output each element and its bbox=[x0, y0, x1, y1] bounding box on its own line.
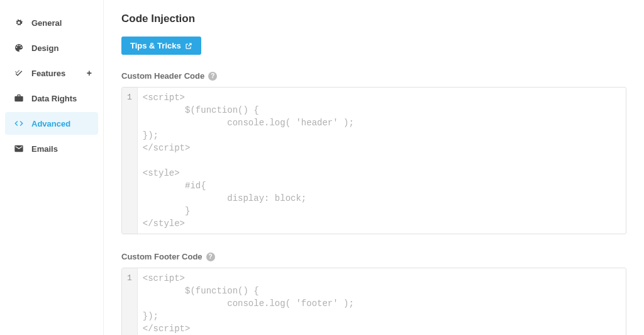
external-link-icon bbox=[185, 42, 192, 50]
palette-icon bbox=[14, 43, 24, 53]
footer-code-label: Custom Footer Code ? bbox=[121, 252, 626, 261]
sidebar-item-emails[interactable]: Emails bbox=[5, 137, 98, 160]
footer-code-content[interactable]: <script> $(function() { console.log( 'fo… bbox=[138, 268, 626, 335]
settings-icon bbox=[14, 18, 24, 28]
line-gutter: 1 bbox=[122, 268, 138, 335]
sidebar-item-general[interactable]: General bbox=[5, 11, 98, 34]
code-icon bbox=[14, 118, 24, 128]
header-code-content[interactable]: <script> $(function() { console.log( 'he… bbox=[138, 88, 626, 234]
sidebar-item-label: Emails bbox=[31, 144, 58, 154]
line-gutter: 1 bbox=[122, 88, 138, 234]
sidebar-item-label: Advanced bbox=[31, 119, 70, 128]
sidebar: General Design Features + Data Rights Ad… bbox=[0, 0, 104, 335]
main-content: Code Injection Tips & Tricks Custom Head… bbox=[104, 0, 644, 335]
sidebar-item-features[interactable]: Features + bbox=[5, 62, 98, 84]
sidebar-item-design[interactable]: Design bbox=[5, 37, 98, 59]
sidebar-item-data-rights[interactable]: Data Rights bbox=[5, 87, 98, 110]
tips-button-label: Tips & Tricks bbox=[130, 41, 181, 50]
plus-icon[interactable]: + bbox=[87, 68, 92, 78]
sidebar-item-label: Design bbox=[31, 43, 58, 53]
header-code-label: Custom Header Code ? bbox=[121, 71, 626, 81]
check-icon bbox=[14, 68, 24, 78]
tips-tricks-button[interactable]: Tips & Tricks bbox=[121, 37, 201, 55]
sidebar-item-label: Data Rights bbox=[31, 94, 77, 103]
page-title: Code Injection bbox=[121, 13, 626, 25]
sidebar-item-label: Features bbox=[31, 69, 65, 78]
footer-code-editor[interactable]: 1 <script> $(function() { console.log( '… bbox=[121, 268, 626, 335]
sidebar-item-label: General bbox=[31, 18, 62, 28]
help-icon[interactable]: ? bbox=[206, 253, 215, 261]
sidebar-item-advanced[interactable]: Advanced bbox=[5, 112, 98, 135]
envelope-icon bbox=[14, 144, 24, 154]
help-icon[interactable]: ? bbox=[208, 72, 217, 81]
header-code-editor[interactable]: 1 <script> $(function() { console.log( '… bbox=[121, 87, 626, 234]
briefcase-icon bbox=[14, 93, 24, 103]
